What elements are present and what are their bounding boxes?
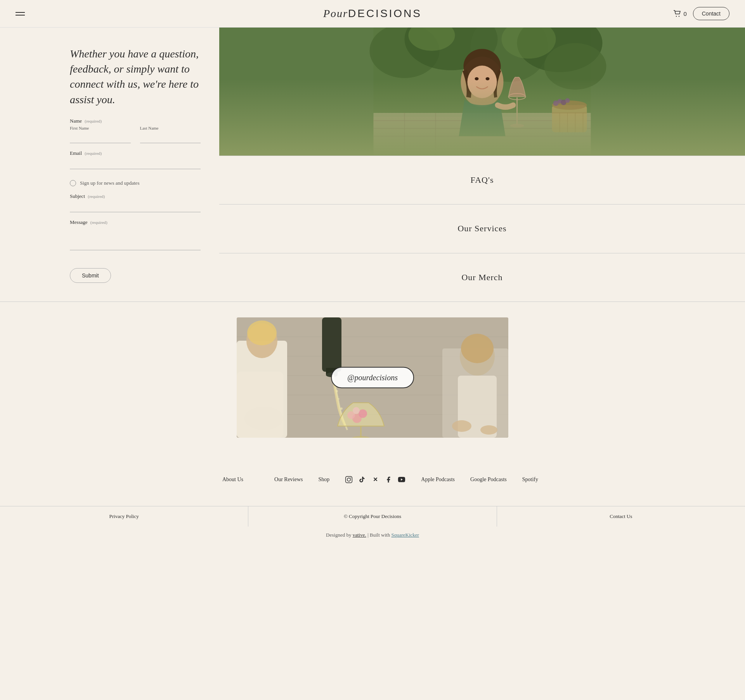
email-input[interactable] — [70, 158, 201, 169]
site-header: PourDECISIONS 0 Contact — [0, 0, 745, 28]
site-logo[interactable]: PourDECISIONS — [323, 7, 422, 20]
svg-point-0 — [676, 16, 677, 17]
hero-svg — [219, 28, 745, 156]
cart-count: 0 — [683, 10, 686, 17]
svg-point-26 — [552, 100, 587, 110]
facebook-icon[interactable] — [385, 476, 392, 483]
message-input[interactable] — [70, 227, 201, 250]
footer-bottom: Privacy Policy © Copyright Pour Decision… — [0, 506, 745, 527]
svg-point-60 — [452, 420, 471, 432]
svg-point-34 — [565, 98, 570, 103]
twitter-x-icon[interactable]: ✕ — [371, 476, 379, 483]
svg-point-55 — [353, 407, 360, 414]
subject-input[interactable] — [70, 201, 201, 212]
name-label: Name (required) — [70, 118, 201, 124]
contact-us-link[interactable]: Contact Us — [610, 513, 632, 519]
newsletter-checkbox[interactable] — [70, 180, 76, 186]
svg-rect-10 — [374, 113, 591, 156]
svg-point-47 — [336, 390, 338, 392]
designed-by-text: Designed by — [326, 532, 351, 538]
name-group: Name (required) First Name Last Name — [70, 118, 201, 143]
vative-link[interactable]: vative. — [353, 532, 366, 538]
svg-point-32 — [558, 99, 562, 104]
instagram-icon[interactable] — [345, 476, 353, 483]
svg-point-24 — [510, 124, 524, 128]
faq-link[interactable]: FAQ's — [219, 156, 745, 204]
cart-button[interactable]: 0 — [673, 10, 686, 17]
instagram-handle-button[interactable]: @pourdecisions — [331, 367, 414, 388]
built-with-text: | Built with — [367, 532, 390, 538]
instagram-image-container[interactable]: @pourdecisions — [237, 317, 508, 438]
logo-bold: DECISIONS — [348, 7, 422, 19]
svg-point-64 — [247, 321, 277, 345]
privacy-policy-link[interactable]: Privacy Policy — [109, 513, 139, 519]
submit-button[interactable]: Submit — [70, 268, 111, 283]
first-name-field: First Name — [70, 126, 131, 143]
svg-point-67 — [350, 477, 351, 478]
svg-point-54 — [359, 409, 367, 418]
squarekicker-link[interactable]: SquareKicker — [391, 532, 419, 538]
hero-image — [219, 28, 745, 156]
apple-podcasts-link[interactable]: Apple Podcasts — [421, 476, 455, 483]
svg-point-66 — [347, 478, 350, 481]
hamburger-menu[interactable] — [16, 12, 25, 16]
first-name-input[interactable] — [70, 132, 131, 143]
header-contact-button[interactable]: Contact — [693, 7, 729, 20]
svg-rect-65 — [346, 476, 352, 483]
svg-rect-25 — [552, 105, 587, 132]
right-section: FAQ's Our Services Our Merch — [219, 28, 745, 301]
contact-us-item: Contact Us — [497, 506, 745, 527]
instagram-section: @pourdecisions — [0, 302, 745, 453]
spotify-link[interactable]: Spotify — [522, 476, 538, 483]
footer-shop-link[interactable]: Shop — [319, 476, 330, 483]
main-content: Whether you have a question, feedback, o… — [0, 28, 745, 301]
newsletter-label: Sign up for news and updates — [80, 180, 139, 186]
footer-about-link[interactable]: About Us — [207, 465, 259, 494]
svg-point-33 — [561, 100, 567, 105]
form-tagline: Whether you have a question, feedback, o… — [70, 46, 201, 107]
contact-form-section: Whether you have a question, feedback, o… — [0, 28, 219, 301]
header-right: 0 Contact — [673, 7, 729, 20]
footer-reviews-link[interactable]: Our Reviews — [274, 476, 303, 483]
copyright-item: © Copyright Pour Decisions — [248, 506, 497, 527]
merch-link[interactable]: Our Merch — [219, 253, 745, 301]
newsletter-checkbox-row[interactable]: Sign up for news and updates — [70, 180, 201, 186]
svg-point-7 — [544, 43, 606, 90]
social-icons-group: ✕ — [345, 476, 405, 483]
copyright-text: © Copyright Pour Decisions — [344, 513, 401, 519]
svg-point-58 — [461, 334, 494, 363]
svg-rect-44 — [322, 317, 341, 372]
first-name-label: First Name — [70, 126, 131, 130]
nav-links: FAQ's Our Services Our Merch — [219, 156, 745, 301]
google-podcasts-link[interactable]: Google Podcasts — [470, 476, 507, 483]
svg-point-49 — [340, 407, 343, 410]
message-label: Message (required) — [70, 219, 201, 225]
cart-icon — [673, 10, 681, 17]
svg-point-48 — [338, 398, 340, 400]
svg-point-1 — [679, 16, 679, 17]
svg-point-19 — [468, 66, 497, 98]
subject-group: Subject (required) — [70, 193, 201, 212]
svg-point-31 — [553, 100, 559, 106]
svg-point-23 — [509, 94, 526, 100]
email-label: Email (required) — [70, 150, 201, 156]
svg-rect-11 — [374, 117, 591, 156]
privacy-policy-item: Privacy Policy — [0, 506, 248, 527]
last-name-field: Last Name — [140, 126, 201, 143]
services-link[interactable]: Our Services — [219, 204, 745, 253]
footer-nav: About Us Our Reviews Shop ✕ Appl — [0, 453, 745, 506]
name-row: First Name Last Name — [70, 126, 201, 143]
svg-point-61 — [480, 425, 497, 435]
subject-label: Subject (required) — [70, 193, 201, 199]
last-name-label: Last Name — [140, 126, 201, 130]
youtube-icon[interactable] — [398, 476, 405, 483]
last-name-input[interactable] — [140, 132, 201, 143]
email-group: Email (required) — [70, 150, 201, 169]
svg-point-20 — [475, 77, 479, 80]
tiktok-icon[interactable] — [358, 476, 366, 483]
credit-line: Designed by vative. | Built with SquareK… — [0, 527, 745, 544]
message-group: Message (required) — [70, 219, 201, 252]
logo-italic: Pour — [323, 7, 348, 19]
svg-point-21 — [486, 77, 490, 80]
